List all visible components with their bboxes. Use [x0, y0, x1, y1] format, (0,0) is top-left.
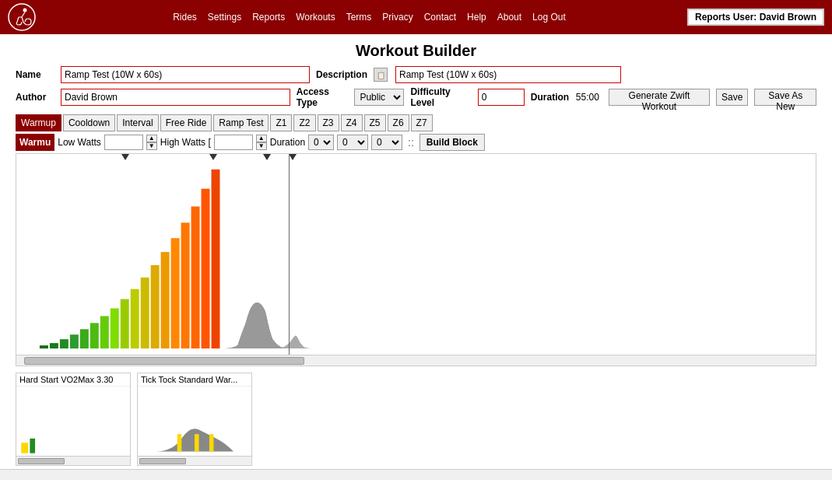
thumbnail-scrollbar-2[interactable]	[138, 456, 251, 465]
marker-4	[289, 154, 297, 160]
build-block-btn[interactable]: Build Block	[420, 134, 485, 151]
nav-settings[interactable]: Settings	[208, 12, 241, 23]
marker-3	[263, 154, 271, 160]
description-icon[interactable]: 📋	[374, 68, 388, 82]
workout-form: Name Description 📋 Author Access Type Pu…	[0, 66, 832, 108]
svg-rect-22	[21, 443, 28, 453]
nav-logout[interactable]: Log Out	[532, 12, 566, 23]
svg-rect-4	[50, 343, 58, 348]
save-as-new-btn[interactable]: Save As New	[754, 89, 816, 106]
tab-ramp-test[interactable]: Ramp Test	[213, 114, 269, 131]
svg-rect-10	[111, 308, 119, 348]
svg-rect-5	[60, 339, 68, 348]
svg-rect-7	[80, 329, 89, 348]
svg-rect-12	[131, 289, 139, 348]
svg-rect-14	[151, 265, 160, 348]
nav-privacy[interactable]: Privacy	[382, 12, 412, 23]
svg-rect-27	[209, 434, 214, 451]
active-tab-label: Warmu	[16, 134, 54, 151]
svg-rect-17	[181, 222, 190, 348]
svg-rect-9	[100, 316, 109, 348]
nav-about[interactable]: About	[497, 12, 521, 23]
save-btn[interactable]: Save	[716, 89, 748, 106]
svg-rect-3	[40, 345, 48, 348]
difficulty-input[interactable]	[478, 89, 525, 106]
chart-scrollbar[interactable]	[16, 355, 816, 366]
thumbnail-scrollbar-1[interactable]	[16, 456, 130, 465]
top-navigation: Rides Settings Reports Workouts Terms Pr…	[0, 0, 832, 34]
author-label: Author	[16, 92, 54, 103]
svg-rect-26	[195, 434, 199, 451]
thumbnail-scroll-thumb-1[interactable]	[18, 458, 65, 464]
low-watts-arrows: ▲ ▼	[146, 135, 157, 150]
tab-interval[interactable]: Interval	[117, 114, 158, 131]
thumbnail-scroll-thumb-2[interactable]	[139, 458, 186, 464]
svg-rect-20	[212, 170, 220, 348]
name-input[interactable]	[61, 66, 310, 83]
chart-svg	[16, 154, 816, 355]
logo	[8, 3, 36, 31]
thumbnail-chart-2	[138, 387, 251, 456]
duration-seconds-select[interactable]: 051015203045	[371, 135, 402, 150]
thumbnail-title-2: Tick Tock Standard War...	[138, 373, 251, 387]
chart-scrollbar-thumb[interactable]	[24, 357, 304, 365]
high-watts-up[interactable]: ▲	[256, 135, 267, 142]
svg-rect-11	[121, 299, 129, 349]
high-watts-label: High Watts [	[160, 137, 211, 148]
thumbnail-chart-1	[16, 387, 130, 456]
nav-help[interactable]: Help	[467, 12, 486, 23]
duration-hours-select[interactable]: 012	[308, 135, 334, 150]
generate-zwift-btn[interactable]: Generate Zwift Workout	[609, 89, 710, 106]
tab-z7[interactable]: Z7	[411, 114, 433, 131]
nav-links: Rides Settings Reports Workouts Terms Pr…	[51, 12, 687, 23]
marker-1	[121, 154, 129, 160]
tab-z2[interactable]: Z2	[293, 114, 315, 131]
low-watts-up[interactable]: ▲	[146, 135, 157, 142]
tab-z3[interactable]: Z3	[318, 114, 339, 131]
nav-terms[interactable]: Terms	[346, 12, 372, 23]
duration-label: Duration	[270, 137, 305, 148]
separator: ::	[408, 136, 414, 149]
thumbnails-section: Hard Start VO2Max 3.30 Tick Tock Standar…	[16, 373, 816, 466]
thumbnail-card-1[interactable]: Hard Start VO2Max 3.30	[16, 373, 131, 466]
page-scrollbar[interactable]	[0, 469, 832, 480]
svg-rect-16	[171, 238, 180, 348]
description-input[interactable]	[395, 66, 621, 83]
low-watts-down[interactable]: ▼	[146, 142, 157, 150]
reports-user-badge[interactable]: Reports User: David Brown	[687, 9, 824, 26]
svg-rect-13	[141, 278, 149, 348]
svg-rect-8	[90, 323, 99, 348]
page-title: Workout Builder	[0, 34, 832, 66]
thumbnail-title-1: Hard Start VO2Max 3.30	[16, 373, 130, 387]
nav-contact[interactable]: Contact	[424, 12, 456, 23]
tab-z1[interactable]: Z1	[270, 114, 292, 131]
svg-rect-25	[177, 434, 182, 451]
tab-free-ride[interactable]: Free Ride	[160, 114, 212, 131]
tab-z6[interactable]: Z6	[388, 114, 409, 131]
author-input[interactable]	[61, 89, 290, 106]
svg-rect-15	[161, 252, 170, 348]
svg-rect-6	[70, 334, 79, 348]
access-type-label: Access Type	[297, 86, 349, 108]
marker-2	[209, 154, 217, 160]
nav-workouts[interactable]: Workouts	[296, 12, 335, 23]
thumbnail-card-2[interactable]: Tick Tock Standard War...	[137, 373, 252, 466]
workout-chart[interactable]	[16, 153, 816, 355]
access-type-select[interactable]: Public Private	[354, 89, 404, 106]
nav-reports[interactable]: Reports	[252, 12, 285, 23]
svg-rect-23	[30, 439, 35, 453]
vertical-line	[289, 154, 290, 355]
duration-minutes-select[interactable]: 05101520304555	[337, 135, 368, 150]
tab-z5[interactable]: Z5	[364, 114, 386, 131]
description-label: Description	[316, 69, 367, 80]
svg-rect-19	[202, 189, 210, 348]
high-watts-input[interactable]	[214, 135, 253, 150]
high-watts-down[interactable]: ▼	[256, 142, 267, 150]
block-builder-row: Warmu Low Watts ▲ ▼ High Watts [ ▲ ▼ Dur…	[0, 131, 832, 153]
tab-cooldown[interactable]: Cooldown	[63, 114, 115, 131]
low-watts-label: Low Watts	[58, 137, 101, 148]
low-watts-input[interactable]	[104, 135, 143, 150]
tab-warmup[interactable]: Warmup	[16, 114, 61, 131]
tab-z4[interactable]: Z4	[341, 114, 363, 131]
nav-rides[interactable]: Rides	[173, 12, 197, 23]
